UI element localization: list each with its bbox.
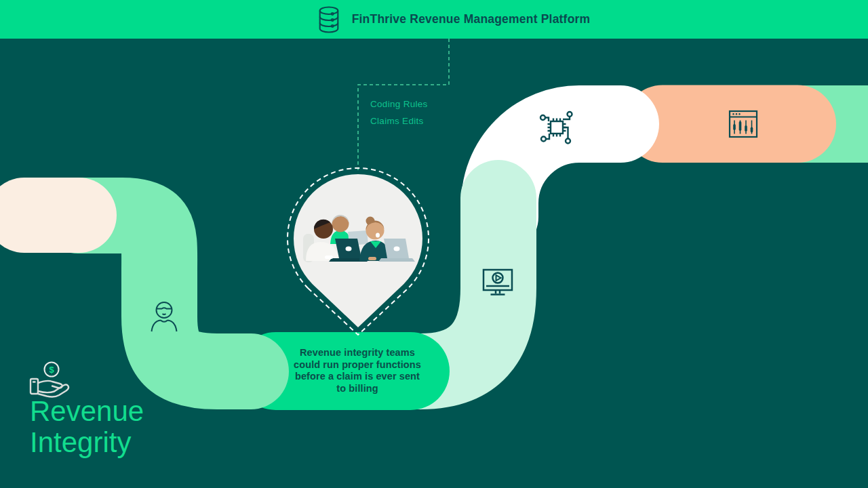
revenue-integrity-infographic: $ FinThrive Re xyxy=(0,0,868,488)
section-title: Revenue Integrity xyxy=(30,396,144,458)
coin-dollar-glyph: $ xyxy=(49,365,54,375)
person-icon xyxy=(147,300,181,333)
hand-coin-icon: $ xyxy=(28,361,73,399)
header-bar: FinThrive Revenue Management Platform xyxy=(0,0,868,39)
callout-item-claims-edits: Claims Edits xyxy=(370,113,428,129)
chip-icon xyxy=(538,108,576,146)
journey-note: Revenue integrity teams could run proper… xyxy=(269,347,446,394)
callout-labels: Coding Rules Claims Edits xyxy=(370,96,428,129)
sliders-window-icon xyxy=(724,105,762,143)
journey-note-line: could run proper functions xyxy=(269,359,446,371)
journey-note-line: before a claim is ever sent xyxy=(269,371,446,383)
database-icon xyxy=(316,5,342,34)
header-brand: FinThrive Revenue Management Platform xyxy=(316,5,591,34)
platform-title: FinThrive Revenue Management Platform xyxy=(352,12,591,26)
journey-note-line: to billing xyxy=(269,383,446,395)
video-monitor-icon xyxy=(479,264,517,302)
location-pin xyxy=(288,168,429,335)
ribbon-segment-cream xyxy=(0,178,117,253)
callout-item-coding-rules: Coding Rules xyxy=(370,96,428,113)
journey-note-line: Revenue integrity teams xyxy=(269,347,446,359)
